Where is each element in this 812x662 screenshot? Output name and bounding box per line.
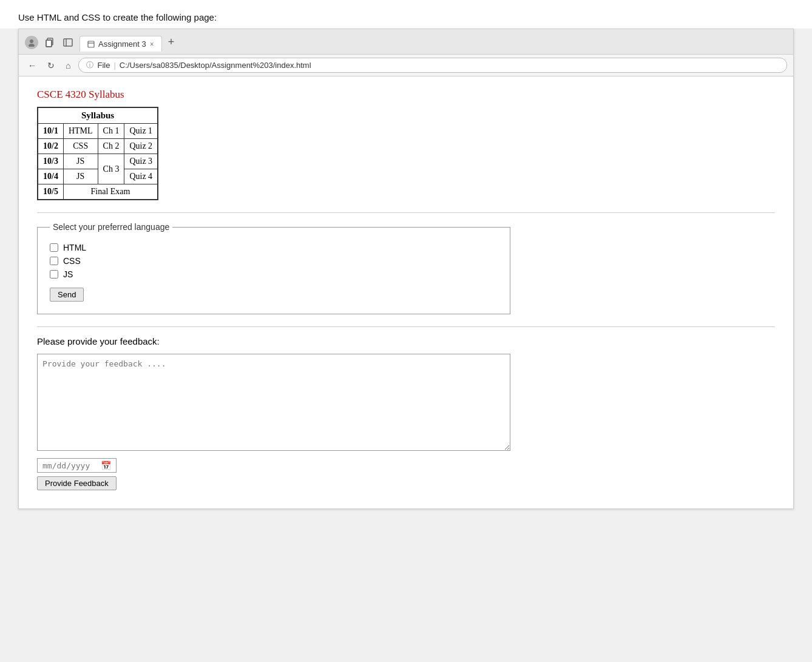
divider-2 bbox=[37, 326, 775, 327]
table-cell-topic: CSS bbox=[63, 139, 98, 154]
table-cell-topic: JS bbox=[63, 169, 98, 184]
checkbox-html-text: HTML bbox=[63, 243, 86, 252]
table-row: 10/3 JS Ch 3 Quiz 3 bbox=[38, 154, 158, 169]
copy-icon[interactable] bbox=[43, 36, 56, 49]
profile-icon[interactable] bbox=[25, 36, 38, 49]
info-icon: ⓘ bbox=[86, 60, 93, 70]
active-tab[interactable]: Assignment 3 × bbox=[80, 36, 162, 52]
file-label: File bbox=[97, 61, 110, 70]
syllabus-table: Syllabus 10/1 HTML Ch 1 Quiz 1 10/2 CSS … bbox=[37, 107, 158, 200]
svg-rect-5 bbox=[64, 39, 72, 46]
table-cell-topic: HTML bbox=[63, 124, 98, 139]
back-button[interactable]: ← bbox=[25, 59, 39, 72]
address-bar[interactable]: ⓘ File | C:/Users/sa0835/Desktop/Assignm… bbox=[78, 58, 787, 73]
checkbox-css-text: CSS bbox=[63, 256, 81, 266]
checkbox-html[interactable] bbox=[50, 243, 58, 252]
divider-1 bbox=[37, 212, 775, 213]
home-button[interactable]: ⌂ bbox=[63, 59, 73, 72]
address-text: C:/Users/sa0835/Desktop/Assignment%203/i… bbox=[120, 61, 311, 70]
table-row: 10/2 CSS Ch 2 Quiz 2 bbox=[38, 139, 158, 154]
checkbox-css-label[interactable]: CSS bbox=[50, 256, 498, 266]
table-row: 10/5 Final Exam bbox=[38, 184, 158, 200]
fieldset-legend: Select your preferred language bbox=[50, 222, 172, 232]
browser-top-bar: Assignment 3 × + bbox=[25, 33, 787, 52]
page-title: CSCE 4320 Syllabus bbox=[37, 89, 775, 101]
send-button[interactable]: Send bbox=[50, 288, 84, 302]
checkbox-group: HTML CSS JS bbox=[50, 243, 498, 279]
language-fieldset: Select your preferred language HTML CSS … bbox=[37, 222, 510, 314]
table-cell-topic: JS bbox=[63, 154, 98, 169]
table-row: 10/1 HTML Ch 1 Quiz 1 bbox=[38, 124, 158, 139]
table-cell-quiz: Quiz 1 bbox=[124, 124, 158, 139]
tab-title: Assignment 3 bbox=[98, 39, 146, 49]
table-cell-date: 10/3 bbox=[38, 154, 63, 169]
table-cell-final: Final Exam bbox=[63, 184, 158, 200]
browser-window: Assignment 3 × + ← ↻ ⌂ ⓘ File | C:/Users… bbox=[18, 29, 794, 509]
provide-feedback-button[interactable]: Provide Feedback bbox=[37, 476, 117, 490]
address-separator: | bbox=[113, 61, 115, 70]
calendar-icon[interactable]: 📅 bbox=[101, 461, 111, 470]
checkbox-js-label[interactable]: JS bbox=[50, 269, 498, 279]
checkbox-js[interactable] bbox=[50, 270, 58, 279]
date-input-wrapper[interactable]: 📅 bbox=[37, 458, 117, 473]
svg-rect-3 bbox=[46, 40, 52, 47]
table-cell-chapter: Ch 2 bbox=[98, 139, 124, 154]
tab-close-btn[interactable]: × bbox=[150, 40, 154, 49]
page-content: CSCE 4320 Syllabus Syllabus 10/1 HTML Ch… bbox=[19, 76, 793, 508]
svg-point-0 bbox=[30, 39, 33, 43]
feedback-bottom: 📅 Provide Feedback bbox=[37, 458, 510, 490]
table-cell-date: 10/2 bbox=[38, 139, 63, 154]
svg-point-1 bbox=[29, 44, 35, 47]
checkbox-js-text: JS bbox=[63, 269, 73, 279]
browser-chrome: Assignment 3 × + bbox=[19, 29, 793, 55]
table-cell-quiz: Quiz 3 bbox=[124, 154, 158, 169]
table-cell-date: 10/1 bbox=[38, 124, 63, 139]
instruction-text: Use HTML and CSS to create the following… bbox=[18, 12, 794, 22]
table-cell-chapter: Ch 1 bbox=[98, 124, 124, 139]
table-header: Syllabus bbox=[38, 107, 158, 124]
table-cell-quiz: Quiz 4 bbox=[124, 169, 158, 184]
browser-nav-bar: ← ↻ ⌂ ⓘ File | C:/Users/sa0835/Desktop/A… bbox=[19, 55, 793, 76]
new-tab-btn[interactable]: + bbox=[163, 33, 180, 52]
svg-rect-7 bbox=[88, 41, 94, 47]
refresh-button[interactable]: ↻ bbox=[44, 59, 58, 72]
tab-bar: Assignment 3 × + bbox=[80, 33, 179, 52]
table-cell-chapter-rowspan: Ch 3 bbox=[98, 154, 124, 184]
sidebar-icon[interactable] bbox=[61, 36, 75, 49]
checkbox-css[interactable] bbox=[50, 257, 58, 265]
table-cell-date: 10/4 bbox=[38, 169, 63, 184]
table-cell-quiz: Quiz 2 bbox=[124, 139, 158, 154]
date-field[interactable] bbox=[42, 461, 97, 470]
feedback-textarea[interactable] bbox=[37, 354, 510, 451]
checkbox-html-label[interactable]: HTML bbox=[50, 243, 498, 252]
table-cell-date: 10/5 bbox=[38, 184, 63, 200]
feedback-label: Please provide your feedback: bbox=[37, 336, 775, 346]
